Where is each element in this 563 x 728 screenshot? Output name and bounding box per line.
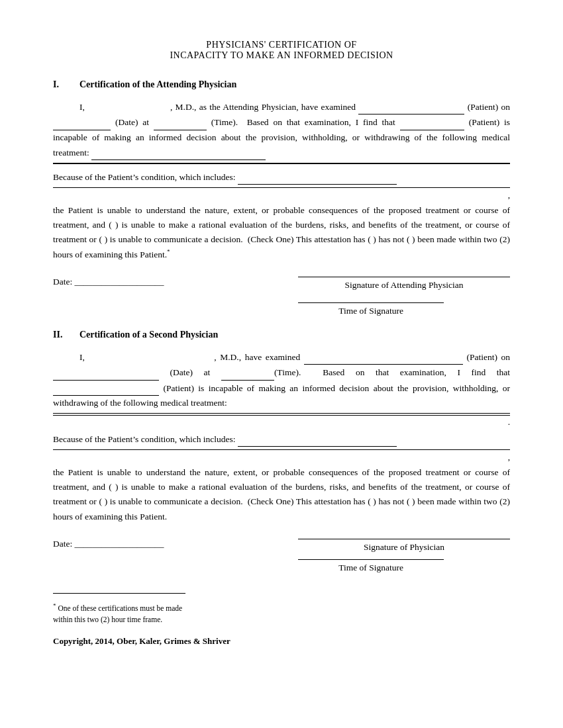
blank-patient1b[interactable] [400, 114, 464, 130]
section1-because: Because of the Patient’s condition, whic… [53, 169, 510, 185]
blank-patient2b[interactable] [53, 381, 159, 396]
section2-para3: the Patient is unable to understand the … [53, 465, 510, 524]
section2-date-sig-row: Date: ____________________ Signature of … [53, 539, 510, 573]
section1-para3: the Patient is unable to understand the … [53, 203, 510, 263]
blank-condition2[interactable] [238, 432, 397, 447]
section2-time-label: Time of Signature [298, 563, 444, 573]
section1-date: Date: ____________________ [53, 277, 164, 287]
section1-date-sig-row: Date: ____________________ Signature of … [53, 277, 510, 316]
section1-title: Certification of the Attending Physician [79, 79, 236, 90]
section1-sig-line [298, 277, 510, 277]
section2-sig-area: Signature of Physician Time of Signature [298, 539, 510, 573]
section1-date-label: Date: ____________________ [53, 277, 164, 287]
treatment-line2b [53, 415, 510, 416]
section1-para1: I, , M.D., as the Attending Physician, h… [53, 99, 510, 160]
footnote-area: * One of these certifications must be ma… [53, 593, 185, 625]
title-block: PHYSICIANS' CERTIFICATION OF INCAPACITY … [53, 40, 510, 61]
blank-time2[interactable] [221, 365, 274, 380]
section2-date-label: Date: ____________________ [53, 539, 164, 549]
section1-header: I. Certification of the Attending Physic… [53, 79, 510, 90]
section1-sig-label: Signature of Attending Physician [298, 280, 510, 291]
section2-sig-line [298, 539, 510, 539]
section2-time-block: Time of Signature [298, 559, 444, 573]
section2-date: Date: ____________________ [53, 539, 164, 549]
section1-time-line [298, 302, 444, 303]
condition-comma1: , [53, 188, 510, 203]
section1-time-block: Time of Signature [298, 302, 444, 316]
footnote-ref1: * [167, 248, 170, 255]
treatment-line1b [53, 163, 510, 164]
section2-sig-label: Signature of Physician [298, 542, 510, 553]
title-line2: INCAPACITY TO MAKE AN INFORMED DECISION [53, 50, 510, 61]
page: PHYSICIANS' CERTIFICATION OF INCAPACITY … [0, 0, 563, 728]
section1-time-label: Time of Signature [298, 306, 444, 316]
section2-para1: I, , M.D., have examined (Patient) on (D… [53, 349, 510, 410]
blank-patient2[interactable] [304, 349, 463, 365]
section2-because: Because of the Patient’s condition, whic… [53, 432, 510, 447]
footnote-text: * One of these certifications must be ma… [53, 602, 185, 625]
title-line1: PHYSICIANS' CERTIFICATION OF [53, 40, 510, 50]
blank-date2a[interactable] [53, 365, 159, 380]
blank-date1[interactable] [53, 114, 111, 130]
section1-sig-area: Signature of Attending Physician Time of… [298, 277, 510, 316]
condition-comma2: , [53, 450, 510, 465]
section2-title: Certification of a Second Physician [79, 330, 218, 340]
treatment-line2a [53, 413, 510, 414]
blank-time1[interactable] [154, 114, 207, 130]
blank-patient1[interactable] [358, 99, 464, 114]
section1-num: I. [53, 79, 66, 90]
section2-header: II. Certification of a Second Physician [53, 330, 510, 340]
copyright: Copyright, 2014, Ober, Kaler, Grimes & S… [53, 636, 510, 647]
section2-time-line [298, 559, 444, 560]
blank-condition1[interactable] [238, 169, 397, 185]
blank-treatment1[interactable] [91, 145, 266, 160]
section2-num: II. [53, 330, 66, 340]
